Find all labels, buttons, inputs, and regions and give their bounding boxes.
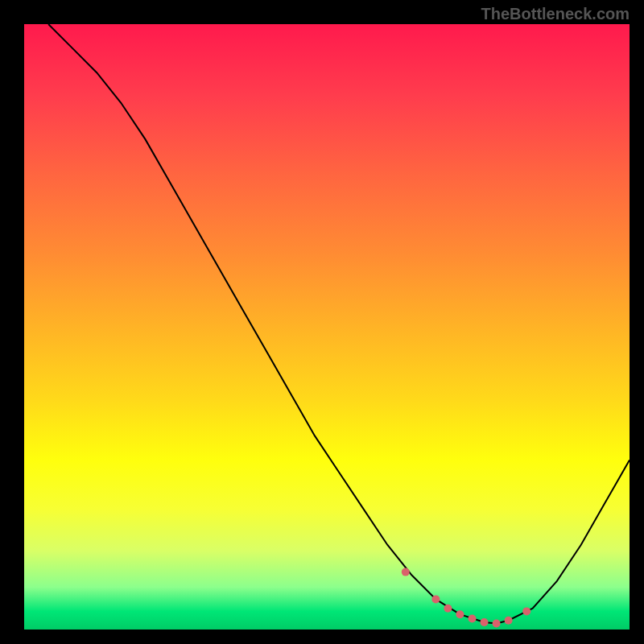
highlight-marker <box>444 605 452 613</box>
highlight-marker <box>469 615 477 623</box>
highlight-marker <box>402 568 410 576</box>
highlight-marker <box>493 620 501 628</box>
highlight-marker <box>456 610 464 618</box>
bottleneck-curve-line <box>48 24 630 624</box>
highlight-markers-group <box>402 568 530 628</box>
highlight-marker <box>522 607 530 615</box>
watermark-text: TheBottleneck.com <box>481 5 630 23</box>
chart-svg <box>24 24 630 630</box>
highlight-marker <box>505 617 513 625</box>
highlight-marker <box>431 595 440 603</box>
highlight-marker <box>481 618 489 626</box>
